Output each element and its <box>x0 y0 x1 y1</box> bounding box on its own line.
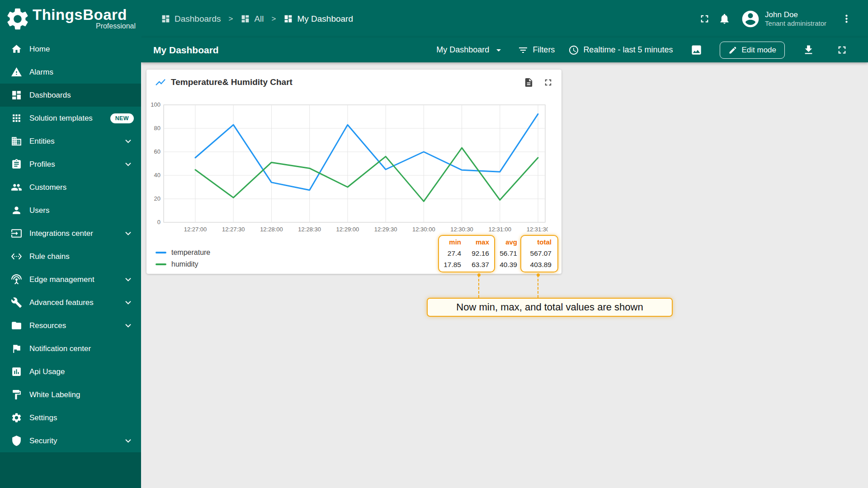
entities-icon <box>11 136 22 147</box>
legend-item-temperature[interactable]: temperature <box>156 247 210 258</box>
sidebar: ThingsBoard Professional Home Alarms Das… <box>0 0 141 488</box>
stats-humidity-avg: 40.39 <box>494 259 522 270</box>
sidebar-item-label: Customers <box>29 183 66 192</box>
filter-icon <box>518 45 528 56</box>
gear-icon <box>11 412 22 423</box>
user-role: Tenant administrator <box>765 19 826 28</box>
sidebar-item-label: Alarms <box>29 68 53 77</box>
sidebar-item-resources[interactable]: Resources <box>0 314 141 337</box>
sidebar-item-white-labeling[interactable]: White Labeling <box>0 383 141 406</box>
sidebar-item-edge-management[interactable]: Edge management <box>0 268 141 291</box>
edit-mode-label: Edit mode <box>741 46 776 55</box>
user-menu[interactable]: John Doe Tenant administrator <box>741 9 826 29</box>
sidebar-item-label: White Labeling <box>29 390 80 399</box>
sidebar-item-advanced-features[interactable]: Advanced features <box>0 291 141 314</box>
widget-fullscreen-icon[interactable] <box>543 77 553 88</box>
more-vert-icon <box>840 13 853 25</box>
sidebar-item-label: Home <box>29 45 50 54</box>
app-logo[interactable]: ThingsBoard Professional <box>0 0 141 38</box>
breadcrumb-label: All <box>254 14 264 24</box>
sidebar-item-solution-templates[interactable]: Solution templates NEW <box>0 107 141 130</box>
sidebar-item-label: Integrations center <box>29 229 93 238</box>
svg-text:0: 0 <box>157 219 160 225</box>
dashboard-select[interactable]: My Dashboard <box>436 45 504 56</box>
legend-label: temperature <box>171 249 210 257</box>
stats-header-min: min <box>440 236 466 248</box>
rule-chains-icon <box>11 251 22 262</box>
sidebar-item-security[interactable]: Security <box>0 429 141 452</box>
sidebar-item-label: Entities <box>29 137 55 146</box>
sidebar-item-label: Security <box>29 436 57 446</box>
chart-area[interactable]: 12:27:0012:27:3012:28:0012:28:3012:29:00… <box>150 101 548 237</box>
svg-text:12:28:00: 12:28:00 <box>260 226 283 233</box>
user-info: John Doe Tenant administrator <box>765 10 826 28</box>
sidebar-item-profiles[interactable]: Profiles <box>0 153 141 176</box>
dashboard-image-button[interactable] <box>686 40 706 60</box>
sidebar-item-integrations-center[interactable]: Integrations center <box>0 222 141 245</box>
svg-text:12:30:00: 12:30:00 <box>412 226 435 233</box>
dashboard-icon <box>241 14 250 23</box>
stats-humidity-min: 17.85 <box>440 259 466 270</box>
legend-item-humidity[interactable]: humidity <box>156 258 210 270</box>
input-icon <box>11 228 22 239</box>
breadcrumb-label: My Dashboard <box>297 14 353 24</box>
callout-connector-total <box>538 275 538 298</box>
chevron-down-icon <box>123 159 134 170</box>
breadcrumb-all[interactable]: All <box>241 14 264 24</box>
stats-humidity-total: 403.89 <box>522 259 556 270</box>
toolbar-controls: My Dashboard Filters Realtime - last 5 m… <box>436 40 852 60</box>
svg-text:60: 60 <box>154 148 160 155</box>
edit-mode-button[interactable]: Edit mode <box>720 42 785 59</box>
sidebar-item-alarms[interactable]: Alarms <box>0 61 141 84</box>
dashboard-fullscreen-button[interactable] <box>832 40 852 60</box>
user-name: John Doe <box>765 10 826 19</box>
paint-icon <box>11 389 22 400</box>
breadcrumb-dashboards[interactable]: Dashboards <box>161 14 221 24</box>
sidebar-item-settings[interactable]: Settings <box>0 406 141 429</box>
timeseries-chart[interactable]: 12:27:0012:27:3012:28:0012:28:3012:29:00… <box>150 101 548 237</box>
sidebar-item-home[interactable]: Home <box>0 38 141 61</box>
new-badge: NEW <box>110 113 134 123</box>
sidebar-item-notification-center[interactable]: Notification center <box>0 337 141 360</box>
breadcrumb-current[interactable]: My Dashboard <box>283 14 353 24</box>
sidebar-item-label: Advanced features <box>29 298 94 307</box>
tools-icon <box>11 297 22 308</box>
sidebar-item-api-usage[interactable]: Api Usage <box>0 360 141 383</box>
sidebar-item-rule-chains[interactable]: Rule chains <box>0 245 141 268</box>
sidebar-item-label: Api Usage <box>29 367 65 376</box>
app-window: ThingsBoard Professional Home Alarms Das… <box>0 0 868 488</box>
stats-humidity-max: 63.37 <box>466 259 494 270</box>
timeseries-widget: Temperature& Humidity Chart 12:27:0012:2… <box>146 70 561 274</box>
avatar <box>741 9 760 29</box>
export-dashboard-button[interactable] <box>798 40 818 60</box>
notifications-button[interactable] <box>714 9 734 29</box>
fullscreen-button[interactable] <box>694 9 714 29</box>
tutorial-callout: Now min, max, and total values are shown <box>427 298 673 317</box>
content-column: Dashboards > All > My Dashboard <box>141 0 868 488</box>
sidebar-item-label: Rule chains <box>29 252 70 261</box>
sidebar-item-customers[interactable]: Customers <box>0 176 141 199</box>
sidebar-item-entities[interactable]: Entities <box>0 130 141 153</box>
filters-label: Filters <box>533 45 555 55</box>
stats-temperature-total: 567.07 <box>522 248 556 259</box>
chevron-down-icon <box>123 136 134 147</box>
svg-text:40: 40 <box>154 172 160 178</box>
app-edition: Professional <box>33 22 136 30</box>
logo-text: ThingsBoard Professional <box>33 7 136 30</box>
timewindow-label: Realtime - last 5 minutes <box>583 45 673 55</box>
export-data-icon[interactable] <box>524 77 534 88</box>
sidebar-item-users[interactable]: Users <box>0 199 141 222</box>
dashboard-icon <box>283 14 293 23</box>
timewindow-button[interactable]: Realtime - last 5 minutes <box>568 45 673 56</box>
widget-title: Temperature& Humidity Chart <box>171 77 292 87</box>
svg-text:12:29:00: 12:29:00 <box>336 226 359 233</box>
more-menu-button[interactable] <box>836 9 856 29</box>
filters-button[interactable]: Filters <box>518 45 555 56</box>
dashboards-icon <box>11 89 22 101</box>
chevron-down-icon <box>123 435 134 446</box>
people-icon <box>11 182 22 193</box>
person-icon <box>11 205 22 216</box>
sidebar-item-dashboards[interactable]: Dashboards <box>0 84 141 107</box>
apps-icon <box>11 113 22 124</box>
sidebar-item-label: Dashboards <box>29 91 71 100</box>
